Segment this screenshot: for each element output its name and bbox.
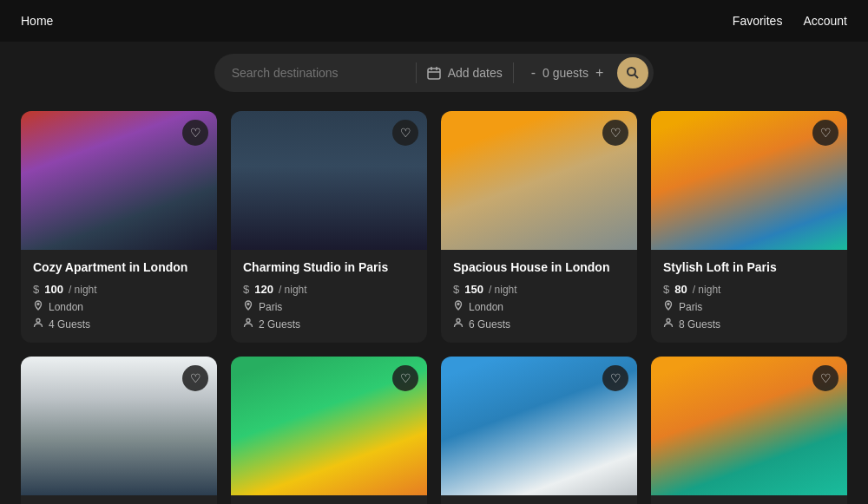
listing-price: 120 bbox=[254, 283, 273, 296]
dollar-icon: $ bbox=[453, 283, 459, 296]
location-icon bbox=[33, 300, 43, 313]
listing-card[interactable]: ♡ Modern Apartment in London $ 90 / nigh… bbox=[21, 357, 217, 504]
favorite-button[interactable]: ♡ bbox=[182, 120, 208, 146]
card-meta: $ 150 / night London bbox=[453, 283, 625, 331]
svg-point-6 bbox=[37, 304, 39, 305]
listing-card[interactable]: ♡ Cozy Apartment in London $ 100 / night bbox=[21, 111, 217, 343]
location-icon bbox=[663, 300, 674, 313]
listing-card[interactable]: ♡ Stylish Loft in Paris $ 80 / night bbox=[651, 111, 847, 343]
guests-minus[interactable]: - bbox=[531, 65, 536, 81]
dates-picker[interactable]: Add dates bbox=[427, 66, 503, 80]
listing-location: London bbox=[49, 301, 83, 313]
card-body: Cozy Apartment in London $ 100 / night bbox=[21, 250, 217, 343]
per-night-label: / night bbox=[279, 284, 307, 296]
card-body: Stylish Loft in Paris $ 80 / night bbox=[651, 250, 847, 343]
favorite-button[interactable]: ♡ bbox=[602, 120, 628, 146]
card-body: Spacious House in London $ 150 / night bbox=[441, 250, 637, 343]
favorite-button[interactable]: ♡ bbox=[392, 365, 418, 391]
nav-right: Favorites Account bbox=[733, 14, 847, 28]
listing-guests: 8 Guests bbox=[679, 318, 720, 331]
location-row: Paris bbox=[243, 300, 415, 313]
heart-icon: ♡ bbox=[400, 126, 411, 140]
divider2 bbox=[513, 62, 514, 83]
listing-title: Charming Studio in Paris bbox=[243, 260, 415, 274]
card-body: Cozy Cottage in Paris $ 110 / night bbox=[231, 495, 427, 504]
heart-icon: ♡ bbox=[190, 126, 201, 140]
heart-icon: ♡ bbox=[610, 126, 621, 140]
svg-point-9 bbox=[247, 319, 250, 323]
favorite-button[interactable]: ♡ bbox=[392, 120, 418, 146]
listing-guests: 2 Guests bbox=[259, 318, 300, 331]
svg-rect-0 bbox=[428, 69, 440, 79]
card-image: ♡ bbox=[651, 357, 847, 495]
svg-point-10 bbox=[457, 304, 459, 305]
price-row: $ 120 / night bbox=[243, 283, 415, 296]
listing-location: Paris bbox=[679, 301, 702, 313]
heart-icon: ♡ bbox=[820, 126, 832, 140]
listing-location: Paris bbox=[259, 301, 282, 313]
card-image: ♡ bbox=[441, 357, 637, 495]
listing-guests: 4 Guests bbox=[49, 318, 90, 331]
guests-row: 4 Guests bbox=[33, 317, 205, 331]
listing-card[interactable]: ♡ Charming Studio in Paris $ 120 / night bbox=[231, 111, 427, 343]
listing-card[interactable]: ♡ Luxury Villa in London $ 100 / night bbox=[441, 357, 637, 504]
card-body: Charming Studio in Paris $ 120 / night bbox=[231, 250, 427, 343]
favorite-button[interactable]: ♡ bbox=[812, 120, 838, 146]
guests-label: 0 guests bbox=[542, 66, 589, 80]
listing-title: Spacious House in London bbox=[453, 260, 625, 274]
guests-section: - 0 guests + bbox=[524, 65, 611, 81]
per-night-label: / night bbox=[489, 284, 517, 296]
heart-icon: ♡ bbox=[190, 371, 201, 385]
card-meta: $ 80 / night Paris bbox=[663, 283, 835, 331]
favorite-button[interactable]: ♡ bbox=[602, 365, 628, 391]
card-meta: $ 100 / night London bbox=[33, 283, 205, 331]
svg-point-11 bbox=[457, 319, 460, 323]
nav-left: Home bbox=[21, 14, 53, 28]
location-icon bbox=[453, 300, 464, 313]
favorite-button[interactable]: ♡ bbox=[182, 365, 208, 391]
listing-card[interactable]: ♡ Spacious House in London $ 150 / night bbox=[441, 111, 637, 343]
location-row: London bbox=[453, 300, 625, 313]
svg-point-13 bbox=[667, 319, 670, 323]
card-body: Luxury Villa in London $ 100 / night bbox=[441, 495, 637, 504]
card-image: ♡ bbox=[231, 111, 427, 250]
guests-row: 8 Guests bbox=[663, 317, 835, 331]
listing-title: Stylish Loft in Paris bbox=[663, 260, 835, 274]
heart-icon: ♡ bbox=[820, 371, 832, 385]
heart-icon: ♡ bbox=[610, 371, 621, 385]
guests-icon bbox=[33, 317, 43, 331]
listing-card[interactable]: ♡ Cozy Cottage in Paris $ 110 / night bbox=[231, 357, 427, 504]
search-button[interactable] bbox=[617, 57, 648, 88]
card-image: ♡ bbox=[441, 111, 637, 250]
search-inner: Add dates - 0 guests + bbox=[214, 54, 654, 92]
search-icon bbox=[626, 66, 640, 80]
favorite-button[interactable]: ♡ bbox=[812, 365, 838, 391]
nav-favorites[interactable]: Favorites bbox=[733, 14, 783, 28]
svg-line-5 bbox=[635, 75, 638, 78]
listing-price: 100 bbox=[44, 283, 63, 296]
listing-location: London bbox=[469, 301, 503, 313]
listings-grid: ♡ Cozy Apartment in London $ 100 / night bbox=[0, 104, 868, 504]
svg-point-7 bbox=[36, 319, 40, 323]
listing-title: Cozy Apartment in London bbox=[33, 260, 205, 274]
listing-price: 80 bbox=[674, 283, 687, 296]
listing-guests: 6 Guests bbox=[469, 318, 510, 331]
search-bar: Add dates - 0 guests + bbox=[0, 42, 868, 104]
nav-home[interactable]: Home bbox=[21, 14, 53, 28]
search-input[interactable] bbox=[232, 66, 405, 80]
guests-row: 2 Guests bbox=[243, 317, 415, 331]
listing-card[interactable]: ♡ Charming Houseboat in Paris $ 120 / ni… bbox=[651, 357, 847, 504]
card-image: ♡ bbox=[231, 357, 427, 495]
guests-plus[interactable]: + bbox=[595, 65, 603, 81]
nav-account[interactable]: Account bbox=[803, 14, 847, 28]
card-meta: $ 120 / night Paris bbox=[243, 283, 415, 331]
dates-label: Add dates bbox=[448, 66, 503, 80]
guests-icon bbox=[453, 317, 464, 331]
guests-icon bbox=[243, 317, 253, 331]
calendar-icon bbox=[427, 66, 441, 80]
card-image: ♡ bbox=[21, 111, 217, 250]
card-image: ♡ bbox=[651, 111, 847, 250]
dollar-icon: $ bbox=[663, 283, 669, 296]
dollar-icon: $ bbox=[243, 283, 249, 296]
guests-row: 6 Guests bbox=[453, 317, 625, 331]
